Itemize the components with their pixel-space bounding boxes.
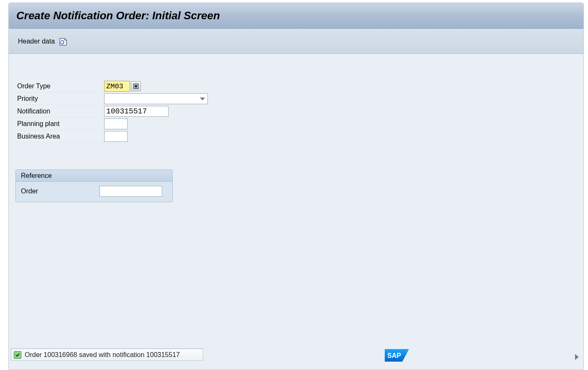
notification-input[interactable] [104, 106, 169, 117]
page-title: Create Notification Order: Initial Scree… [16, 9, 220, 22]
reference-group: Reference Order [15, 170, 173, 202]
row-notification: Notification [15, 105, 208, 118]
row-business-area: Business Area [15, 130, 208, 143]
label-order-type: Order Type [15, 80, 95, 92]
label-priority: Priority [15, 92, 95, 105]
main-window: Create Notification Order: Initial Scree… [8, 3, 584, 370]
status-message: Order 100316968 saved with notification … [25, 351, 180, 359]
label-notification: Notification [15, 105, 95, 118]
search-help-button[interactable] [131, 81, 141, 91]
status-bar: Order 100316968 saved with notification … [11, 348, 203, 361]
priority-dropdown[interactable] [104, 93, 208, 104]
label-planning-plant: Planning plant [15, 118, 95, 130]
label-business-area: Business Area [15, 130, 95, 143]
status-success-icon [14, 351, 21, 359]
business-area-input[interactable] [104, 131, 128, 142]
form-content: Order Type Priority [9, 54, 583, 202]
header-data-icon[interactable] [59, 38, 68, 46]
application-toolbar: Header data [9, 29, 583, 54]
reference-header: Reference [16, 170, 172, 182]
order-type-input[interactable] [104, 81, 130, 92]
title-bar: Create Notification Order: Initial Scree… [9, 3, 583, 29]
label-ref-order: Order [21, 188, 100, 195]
sap-logo: SAP [385, 349, 409, 362]
row-order-type: Order Type [15, 80, 208, 92]
row-priority: Priority [15, 92, 208, 105]
expand-triangle-icon[interactable] [575, 354, 579, 360]
header-data-button[interactable]: Header data [18, 38, 55, 45]
row-planning-plant: Planning plant [15, 118, 208, 130]
svg-text:SAP: SAP [387, 352, 401, 359]
reference-order-input[interactable] [100, 186, 162, 197]
svg-rect-1 [135, 85, 137, 87]
planning-plant-input[interactable] [104, 118, 128, 129]
chevron-down-icon [200, 98, 205, 100]
